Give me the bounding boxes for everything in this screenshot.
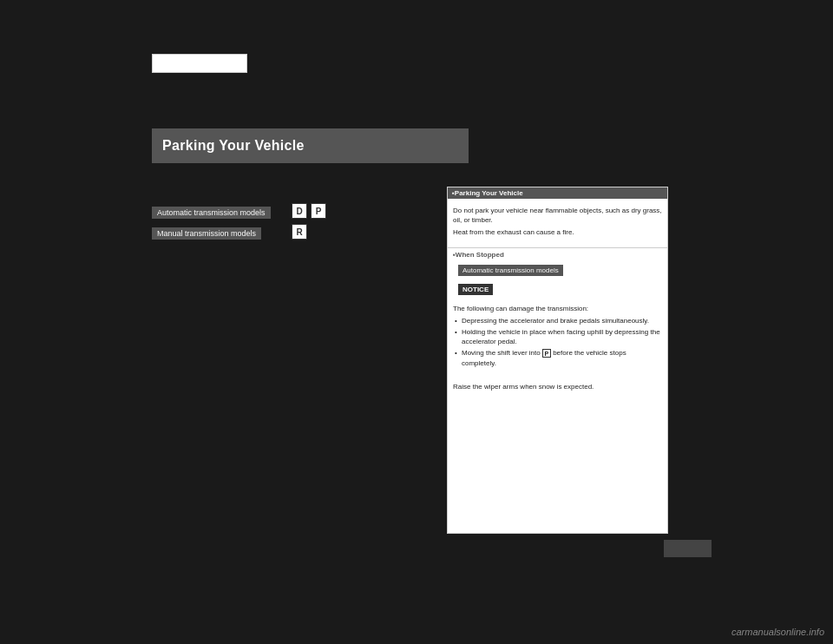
page-number-box <box>152 54 247 73</box>
manual-transmission-label: Manual transmission models <box>152 227 261 240</box>
wiper-text: Raise the wiper arms when snow is expect… <box>453 382 662 391</box>
info-panel: ▪Parking Your Vehicle Do not park your v… <box>447 187 668 534</box>
auto-transmission-label: Automatic transmission models <box>152 207 271 219</box>
notice-body: The following can damage the transmissio… <box>448 300 667 373</box>
bullet-3: Moving the shift lever into P before the… <box>453 348 662 367</box>
notice-intro: The following can damage the transmissio… <box>453 304 662 313</box>
notice-label: NOTICE <box>458 284 493 295</box>
badge-p: P <box>311 203 326 219</box>
when-stopped-title: ▪When Stopped <box>448 248 667 260</box>
bullet-1: Depressing the accelerator and brake ped… <box>453 316 662 325</box>
auto-trans-sublabel: Automatic transmission models <box>458 265 563 276</box>
parking-text-1: Do not park your vehicle near flammable … <box>453 206 662 225</box>
title-bar: Parking Your Vehicle <box>152 128 469 163</box>
parking-body: Do not park your vehicle near flammable … <box>448 202 667 244</box>
parking-section-title: ▪Parking Your Vehicle <box>448 187 667 199</box>
badge-r: R <box>292 224 307 240</box>
p-badge-inline: P <box>542 349 551 358</box>
when-stopped-section: ▪When Stopped Automatic transmission mod… <box>448 247 667 398</box>
badge-d: D <box>292 203 307 219</box>
page-title: Parking Your Vehicle <box>162 138 305 154</box>
watermark: carmanualsonline.info <box>731 627 824 637</box>
wiper-note: Raise the wiper arms when snow is expect… <box>448 378 667 398</box>
parking-text-2: Heat from the exhaust can cause a fire. <box>453 227 662 237</box>
bullet-2: Holding the vehicle in place when facing… <box>453 327 662 346</box>
bottom-right-block <box>664 540 712 557</box>
